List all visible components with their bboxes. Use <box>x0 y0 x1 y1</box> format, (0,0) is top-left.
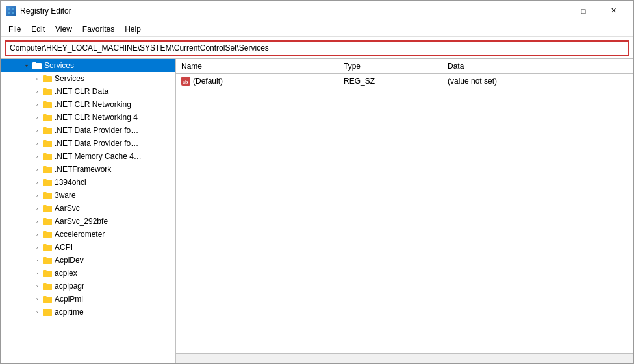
tree-panel: ▾ Services › <box>1 59 176 363</box>
menu-file[interactable]: File <box>3 23 26 35</box>
expand-arrow-4[interactable]: › <box>32 125 42 136</box>
expand-arrow-12[interactable]: › <box>32 229 42 239</box>
expand-arrow-3[interactable]: › <box>32 112 42 123</box>
folder-icon-13 <box>42 242 53 252</box>
folder-icon-4 <box>42 125 53 136</box>
tree-label-1: .NET CLR Data <box>55 87 108 96</box>
svg-rect-0 <box>8 8 10 10</box>
expand-arrow-9[interactable]: › <box>32 190 42 200</box>
folder-icon-7 <box>42 164 53 175</box>
tree-label-13: ACPI <box>55 243 73 252</box>
tree-item-18[interactable]: › acpitime <box>1 306 175 319</box>
col-header-type: Type <box>338 59 442 73</box>
tree-item-4[interactable]: › .NET Data Provider fo… <box>1 124 175 137</box>
menu-view[interactable]: View <box>50 23 77 35</box>
address-input[interactable] <box>5 40 629 56</box>
svg-rect-1 <box>12 8 14 10</box>
tree-label-9: 3ware <box>55 191 76 200</box>
folder-icon-14 <box>42 255 53 265</box>
expand-arrow-5[interactable]: › <box>32 138 42 149</box>
folder-icon-10 <box>42 203 53 213</box>
tree-label-12: Accelerometer <box>55 230 105 239</box>
expand-arrow-0[interactable]: › <box>32 73 42 84</box>
tree-item-net-memory-cache[interactable]: › .NET Data Provider fo… <box>1 137 175 150</box>
folder-icon-0 <box>42 73 53 84</box>
tree-item-2[interactable]: › .NET CLR Networking <box>1 98 175 111</box>
expand-arrow-8[interactable]: › <box>32 177 42 188</box>
folder-icon-8 <box>42 177 53 188</box>
tree-label-15: acpiex <box>55 269 77 278</box>
tree-label-6: .NET Memory Cache 4… <box>55 152 142 161</box>
expand-arrow-18[interactable]: › <box>32 307 42 317</box>
right-panel: Name Type Data ab (Default) REG_SZ <box>176 59 633 363</box>
expand-arrow-14[interactable]: › <box>32 255 42 265</box>
app-icon <box>6 6 16 16</box>
expand-arrow-7[interactable]: › <box>32 164 42 175</box>
reg-type-icon-default: ab <box>181 77 190 86</box>
tree-label-17: AcpiPmi <box>55 295 83 304</box>
tree-label-14: AcpiDev <box>55 256 84 265</box>
tree-item-10[interactable]: › AarSvc <box>1 202 175 215</box>
tree-item-3[interactable]: › .NET CLR Networking 4 <box>1 111 175 124</box>
main-content: ▾ Services › <box>1 59 633 363</box>
tree-item-9[interactable]: › 3ware <box>1 189 175 202</box>
folder-icon-18 <box>42 307 53 317</box>
tree-item-12[interactable]: › Accelerometer <box>1 228 175 241</box>
expand-arrow-6[interactable]: › <box>32 151 42 162</box>
menu-help[interactable]: Help <box>120 23 146 35</box>
folder-icon-9 <box>42 190 53 200</box>
folder-icon-services <box>32 60 42 71</box>
menu-edit[interactable]: Edit <box>26 23 50 35</box>
tree-item-13[interactable]: › ACPI <box>1 241 175 254</box>
expand-arrow-17[interactable]: › <box>32 294 42 304</box>
expand-arrow-11[interactable]: › <box>32 216 42 226</box>
folder-icon-5 <box>42 138 53 149</box>
folder-icon-1 <box>42 86 53 97</box>
tree-label-4: .NET Data Provider fo… <box>55 126 138 135</box>
expand-arrow-services[interactable]: ▾ <box>21 60 32 71</box>
tree-label-11: AarSvc_292bfe <box>55 217 108 226</box>
tree-label-5: .NET Data Provider fo… <box>55 139 138 148</box>
tree-label-10: AarSvc <box>55 204 80 213</box>
tree-label-16: acpipagr <box>55 282 84 291</box>
expand-arrow-16[interactable]: › <box>32 281 42 291</box>
menu-favorites[interactable]: Favorites <box>77 23 120 35</box>
tree-item-8[interactable]: › 1394ohci <box>1 176 175 189</box>
maximize-button[interactable]: □ <box>568 1 598 21</box>
tree-item-15[interactable]: › acpiex <box>1 267 175 280</box>
folder-icon-17 <box>42 294 53 304</box>
tree-item-14[interactable]: › AcpiDev <box>1 254 175 267</box>
folder-icon-2 <box>42 99 53 110</box>
expand-arrow-10[interactable]: › <box>32 203 42 213</box>
registry-content: ab (Default) REG_SZ (value not set) <box>176 74 633 353</box>
tree-label-3: .NET CLR Networking 4 <box>55 113 138 122</box>
reg-data-default: (value not set) <box>442 77 633 86</box>
tree-item-services[interactable]: ▾ Services <box>1 59 175 72</box>
registry-row-default[interactable]: ab (Default) REG_SZ (value not set) <box>176 74 633 88</box>
menu-bar: File Edit View Favorites Help <box>1 21 633 37</box>
tree-item-16[interactable]: › acpipagr <box>1 280 175 293</box>
expand-arrow-1[interactable]: › <box>32 86 42 97</box>
tree-label-0: Services <box>55 74 84 83</box>
tree-item-6[interactable]: › .NET Memory Cache 4… <box>1 150 175 163</box>
tree-item-0[interactable]: › Services <box>1 72 175 85</box>
close-button[interactable]: ✕ <box>598 1 628 21</box>
address-bar <box>1 37 633 59</box>
tree-item-7[interactable]: › .NETFramework <box>1 163 175 176</box>
svg-rect-3 <box>12 12 14 14</box>
expand-arrow-15[interactable]: › <box>32 268 42 278</box>
tree-label-18: acpitime <box>55 308 84 317</box>
bottom-scrollbar[interactable] <box>176 353 633 363</box>
tree-item-1[interactable]: › .NET CLR Data <box>1 85 175 98</box>
expand-arrow-13[interactable]: › <box>32 242 42 252</box>
tree-item-17[interactable]: › AcpiPmi <box>1 293 175 306</box>
folder-icon-12 <box>42 229 53 239</box>
tree-item-11[interactable]: › AarSvc_292bfe <box>1 215 175 228</box>
col-header-data: Data <box>442 59 633 73</box>
minimize-button[interactable]: — <box>539 1 568 21</box>
column-headers: Name Type Data <box>176 59 633 74</box>
window-title: Registry Editor <box>20 6 539 16</box>
reg-type-default: REG_SZ <box>338 77 442 86</box>
expand-arrow-2[interactable]: › <box>32 99 42 110</box>
window-controls: — □ ✕ <box>539 1 628 21</box>
